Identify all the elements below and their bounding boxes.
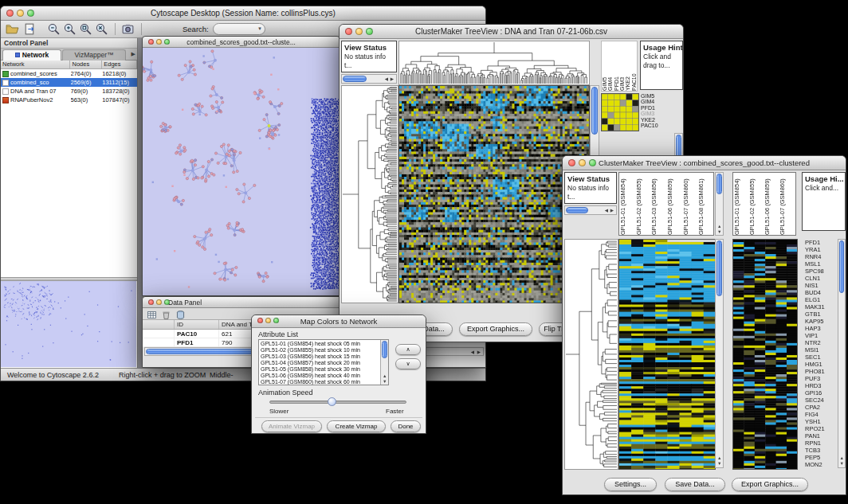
scroll-right-icon[interactable]: ▶ <box>391 77 394 82</box>
move-down-button[interactable]: ∨ <box>395 358 421 369</box>
slider-thumb[interactable] <box>328 397 336 406</box>
animate-vizmap-button[interactable]: Animate Vizmap <box>261 420 322 432</box>
done-button[interactable]: Done <box>391 420 421 432</box>
main-title-bar[interactable]: Cytoscape Desktop (Session Name: collins… <box>1 6 485 21</box>
scrollbar-thumb[interactable] <box>382 341 387 358</box>
scrollbar-thumb[interactable] <box>566 207 588 213</box>
attribute-list-item[interactable]: GPL51-06 (GSM859) heat shock 40 min <box>259 373 380 379</box>
scrollbar-thumb[interactable] <box>716 240 722 296</box>
map-colors-title-bar[interactable]: Map Colors to Network <box>252 315 426 328</box>
attribute-list-item[interactable]: GPL51-05 (GSM858) heat shock 30 min <box>259 366 380 373</box>
attribute-listbox[interactable]: GPL51-01 (GSM854) heat shock 05 minGPL51… <box>258 339 389 385</box>
treeview-combined-title-bar[interactable]: ClusterMaker TreeView : combined_scores_… <box>563 156 846 170</box>
open-folder-icon[interactable] <box>6 22 19 36</box>
network-list-row[interactable]: combined_sco2569(6)13112(15) <box>1 78 137 87</box>
animation-speed-slider[interactable] <box>269 400 406 404</box>
close-button[interactable] <box>568 159 575 166</box>
zoom-button[interactable] <box>589 159 596 166</box>
scroll-up-icon[interactable]: ▲ <box>383 374 387 379</box>
scroll-left-icon[interactable]: ◀ <box>471 350 474 355</box>
list-vscrollbar[interactable]: ▲ ▼ <box>380 340 388 385</box>
trash-icon[interactable] <box>161 309 171 319</box>
row-dendrogram[interactable] <box>564 239 618 470</box>
scroll-right-icon[interactable]: ▶ <box>477 350 481 355</box>
export-icon[interactable] <box>23 22 37 36</box>
column-labels-vscrollbar[interactable]: ▲ ▼ <box>715 172 724 236</box>
scroll-up-icon[interactable]: ▲ <box>717 225 721 229</box>
scrollbar-thumb[interactable] <box>839 240 844 293</box>
dendrogram-hscrollbar[interactable]: ◀ ▶ <box>564 205 617 215</box>
similarity-matrix[interactable] <box>601 93 639 131</box>
zoom-button[interactable] <box>273 318 279 323</box>
zoom-button[interactable] <box>164 299 170 305</box>
create-vizmap-button[interactable]: Create Vizmap <box>327 420 386 432</box>
row-dendrogram[interactable] <box>341 85 398 303</box>
scroll-left-icon[interactable]: ◀ <box>605 209 608 213</box>
scrollbar-thumb[interactable] <box>716 174 722 194</box>
minimize-button[interactable] <box>17 10 24 17</box>
heatmap-vscrollbar[interactable]: ▲ ▼ <box>715 239 724 468</box>
expression-heatmap[interactable] <box>398 85 590 303</box>
network-list-row[interactable]: DNA and Tran 07769(0)183728(0) <box>1 87 137 96</box>
gene-list-vscrollbar[interactable]: ▲ ▼ <box>838 239 846 468</box>
zoom-out-icon[interactable] <box>47 22 61 36</box>
attribute-list-item[interactable]: GPL51-04 (GSM857) heat shock 20 min <box>259 360 380 366</box>
move-up-button[interactable]: ∧ <box>395 344 421 355</box>
scroll-down-icon[interactable]: ▼ <box>717 230 721 235</box>
attribute-list-item[interactable]: GPL51-07 (GSM860) heat shock 60 min <box>259 379 380 385</box>
network-type-icon <box>2 80 9 86</box>
network-list-row[interactable]: combined_scores2764(0)16218(0) <box>1 69 137 78</box>
gene-row-label: GIM5 <box>641 93 673 99</box>
secondary-heatmap[interactable] <box>732 239 798 470</box>
scroll-up-icon[interactable]: ▲ <box>840 456 844 461</box>
minimize-button[interactable] <box>156 299 162 305</box>
tab-vizmapper[interactable]: VizMapper™ <box>62 49 126 61</box>
column-dendrogram[interactable] <box>398 41 590 85</box>
scroll-left-icon[interactable]: ◀ <box>385 77 388 82</box>
export-graphics-button[interactable]: Export Graphics... <box>732 478 808 491</box>
settings-button[interactable]: Settings... <box>604 478 657 491</box>
zoom-selected-icon[interactable] <box>79 22 92 36</box>
close-button[interactable] <box>257 318 263 323</box>
expression-heatmap[interactable] <box>618 239 716 470</box>
status-pan-hint: Middle- <box>210 369 234 381</box>
attribute-list-item[interactable]: GPL51-02 (GSM855) heat shock 10 min <box>259 347 380 354</box>
save-data-button[interactable]: Save Data... <box>665 478 725 491</box>
scrollbar-thumb[interactable] <box>343 76 367 82</box>
minimize-button[interactable] <box>579 159 586 166</box>
zoom-in-icon[interactable] <box>63 22 77 36</box>
scroll-down-icon[interactable]: ▼ <box>717 462 721 467</box>
zoom-button[interactable] <box>366 28 373 35</box>
export-graphics-button[interactable]: Export Graphics... <box>459 322 532 336</box>
close-button[interactable] <box>148 299 154 305</box>
scrollbar-thumb[interactable] <box>591 87 598 135</box>
scroll-up-icon[interactable]: ▲ <box>717 456 721 461</box>
scroll-down-icon[interactable]: ▼ <box>840 462 844 467</box>
minimize-button[interactable] <box>355 28 363 35</box>
scroll-right-icon[interactable]: ▶ <box>610 209 614 213</box>
minimize-button[interactable] <box>265 318 271 323</box>
network-view-title-bar[interactable]: combined_scores_good.txt--cluste... <box>143 37 340 48</box>
zoom-fit-icon[interactable] <box>95 22 108 36</box>
database-icon[interactable] <box>175 309 186 319</box>
close-button[interactable] <box>148 39 154 45</box>
grid-icon[interactable] <box>147 309 157 319</box>
attribute-list-item[interactable]: GPL51-03 (GSM856) heat shock 15 min <box>259 354 380 360</box>
tab-network[interactable]: Network <box>2 49 61 61</box>
snapshot-icon[interactable] <box>121 22 135 36</box>
search-input[interactable]: ▼ <box>213 23 265 35</box>
close-button[interactable] <box>345 28 352 35</box>
close-button[interactable] <box>6 10 14 17</box>
network-canvas[interactable] <box>143 48 340 295</box>
scroll-down-icon[interactable]: ▼ <box>383 380 387 385</box>
dropdown-caret-icon[interactable]: ▼ <box>257 24 262 34</box>
network-list-row[interactable]: RNAPuberNov2563(0)107847(0) <box>1 96 137 104</box>
dendrogram-hscrollbar[interactable]: ◀ ▶ <box>341 74 397 84</box>
treeview-dna-title-bar[interactable]: ClusterMaker TreeView : DNA and Tran 07-… <box>340 25 683 39</box>
zoom-button[interactable] <box>27 10 34 17</box>
minimize-button[interactable] <box>156 39 162 45</box>
attribute-list-item[interactable]: GPL51-01 (GSM854) heat shock 05 min <box>259 341 380 347</box>
network-overview-thumbnail[interactable] <box>1 281 136 367</box>
zoom-button[interactable] <box>164 39 170 45</box>
tab-scroll-arrow-icon[interactable]: ▶ <box>132 51 135 57</box>
